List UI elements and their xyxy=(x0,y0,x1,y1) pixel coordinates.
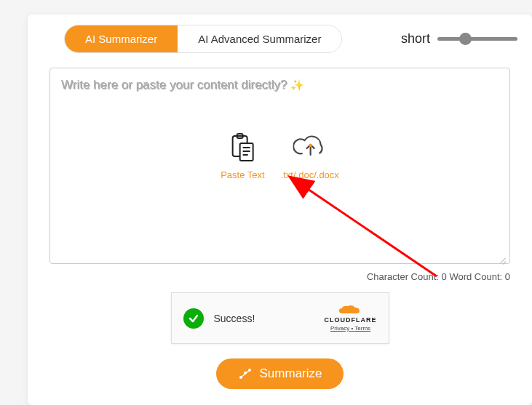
svg-point-6 xyxy=(309,144,312,147)
captcha-widget: Success! CLOUDFLARE Privacy • Terms xyxy=(171,292,389,344)
svg-line-10 xyxy=(241,370,250,377)
captcha-success-text: Success! xyxy=(214,313,255,324)
top-bar: AI Summarizer AI Advanced Summarizer sho… xyxy=(28,15,532,68)
upload-file-button[interactable]: .txt/.doc/.docx xyxy=(281,133,339,180)
upload-file-label: .txt/.doc/.docx xyxy=(281,169,339,180)
tab-group: AI Summarizer AI Advanced Summarizer xyxy=(64,25,342,53)
paste-text-label: Paste Text xyxy=(221,169,264,180)
tab-ai-advanced-summarizer[interactable]: AI Advanced Summarizer xyxy=(178,25,341,52)
center-actions: Paste Text .txt/.doc/.docx xyxy=(221,133,339,180)
success-check-icon xyxy=(183,308,204,329)
cloudflare-dot: • xyxy=(351,325,353,332)
textarea-container: Write here or paste your content directl… xyxy=(49,68,510,267)
clipboard-icon xyxy=(229,133,255,165)
main-card: AI Summarizer AI Advanced Summarizer sho… xyxy=(28,15,532,405)
word-count-value: 0 xyxy=(505,271,510,282)
slider-track xyxy=(437,37,517,41)
char-count-value: 0 xyxy=(442,271,447,282)
word-count-label: Word Count: xyxy=(449,271,502,282)
length-slider[interactable] xyxy=(437,37,517,41)
cloudflare-privacy-link[interactable]: Privacy xyxy=(330,325,349,332)
cloudflare-cloud-icon xyxy=(338,305,364,316)
slider-thumb[interactable] xyxy=(459,33,472,45)
sparkle-dots-icon xyxy=(238,367,253,380)
cloudflare-brand: CLOUDFLARE Privacy • Terms xyxy=(325,305,377,332)
char-count-label: Character Count: xyxy=(367,271,439,282)
cloud-upload-icon xyxy=(293,133,327,165)
summarize-button[interactable]: Summarize xyxy=(216,358,344,389)
length-slider-area: short xyxy=(401,31,517,47)
cloudflare-name: CLOUDFLARE xyxy=(325,316,377,324)
summarize-label: Summarize xyxy=(260,366,322,381)
counts-row: Character Count: 0 Word Count: 0 xyxy=(28,271,510,282)
slider-label-short: short xyxy=(401,31,430,47)
cloudflare-terms-link[interactable]: Terms xyxy=(354,325,370,332)
tab-ai-summarizer[interactable]: AI Summarizer xyxy=(65,25,178,52)
paste-text-button[interactable]: Paste Text xyxy=(221,133,264,180)
